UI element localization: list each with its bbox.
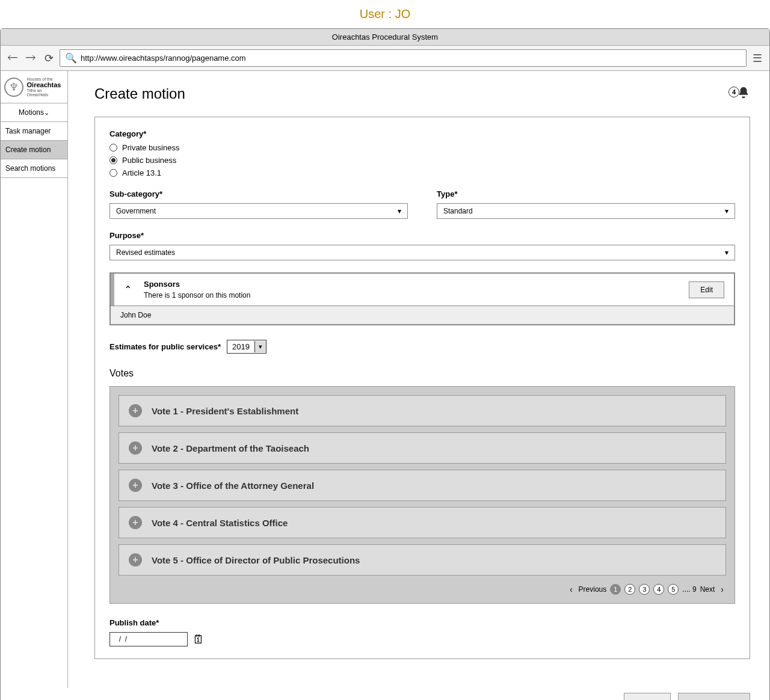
sidebar-item-label: Task manager bbox=[5, 127, 51, 135]
select-value: Standard bbox=[443, 207, 473, 215]
browser-frame: Oireachtas Procedural System 🡐 🡒 ⟳ 🔍 ☰ ♆… bbox=[0, 28, 770, 700]
sidebar-item-task-manager[interactable]: Task manager bbox=[1, 122, 67, 141]
sponsors-panel: ⌃ Sponsors There is 1 sponsor on this mo… bbox=[109, 272, 735, 325]
sponsors-subtitle: There is 1 sponsor on this motion bbox=[144, 291, 677, 299]
plus-icon: + bbox=[129, 479, 142, 492]
year-select[interactable]: 2019 ▾ bbox=[227, 340, 266, 354]
chevron-down-icon bbox=[725, 248, 728, 257]
radio-private-business[interactable]: Private business bbox=[109, 143, 735, 152]
chevron-down-icon bbox=[725, 207, 728, 215]
vote-item[interactable]: + Vote 1 - President's Establishment bbox=[119, 395, 726, 426]
notification-bell[interactable]: 4 bbox=[737, 86, 750, 102]
category-label: Category* bbox=[109, 129, 735, 138]
select-value: Government bbox=[116, 207, 156, 215]
year-value: 2019 bbox=[227, 340, 254, 353]
vote-item[interactable]: + Vote 2 - Department of the Taoiseach bbox=[119, 432, 726, 464]
votes-container: + Vote 1 - President's Establishment + V… bbox=[109, 386, 735, 604]
menu-icon[interactable]: ☰ bbox=[750, 51, 765, 66]
sponsor-row: John Doe bbox=[111, 305, 734, 324]
type-label: Type* bbox=[437, 189, 735, 198]
page-ellipsis: .... 9 bbox=[682, 585, 696, 594]
sidebar-item-search-motions[interactable]: Search motions bbox=[1, 159, 67, 178]
purpose-label: Purpose* bbox=[109, 231, 735, 240]
radio-icon bbox=[109, 156, 117, 164]
cancel-button[interactable]: Cancel bbox=[624, 693, 671, 700]
search-icon: 🔍 bbox=[65, 52, 77, 64]
vote-item[interactable]: + Vote 4 - Central Statistics Office bbox=[119, 507, 726, 538]
estimates-label: Estimates for public services* bbox=[109, 342, 221, 351]
prev-arrow-icon[interactable]: ‹ bbox=[567, 585, 575, 594]
chevron-down-icon: ▾ bbox=[254, 341, 266, 352]
url-bar[interactable]: 🔍 bbox=[60, 49, 747, 67]
type-select[interactable]: Standard bbox=[437, 203, 735, 219]
category-radio-group: Private business Public business Article… bbox=[109, 143, 735, 177]
radio-label: Article 13.1 bbox=[122, 168, 161, 177]
subcategory-label: Sub-category* bbox=[109, 189, 408, 198]
vote-label: Vote 5 - Office of Director of Public Pr… bbox=[152, 555, 360, 565]
purpose-select[interactable]: Revised estimates bbox=[109, 245, 735, 260]
radio-article-13-1[interactable]: Article 13.1 bbox=[109, 168, 735, 177]
radio-label: Public business bbox=[122, 156, 176, 165]
vote-label: Vote 2 - Department of the Taoiseach bbox=[152, 443, 309, 453]
chevron-down-icon: ⌄ bbox=[44, 109, 49, 117]
sidebar-item-label: Search motions bbox=[5, 164, 55, 173]
sidebar-item-motions[interactable]: Motions ⌄ bbox=[1, 103, 67, 122]
sidebar-item-label: Motions bbox=[19, 108, 44, 117]
next-button[interactable]: Next bbox=[700, 585, 715, 594]
logo-crest-icon: ♆ bbox=[4, 78, 23, 97]
publish-date-label: Publish date* bbox=[109, 618, 735, 627]
radio-public-business[interactable]: Public business bbox=[109, 156, 735, 165]
prev-button[interactable]: Previous bbox=[579, 585, 607, 594]
back-button[interactable]: 🡐 bbox=[5, 51, 20, 66]
page-1[interactable]: 1 bbox=[610, 584, 621, 595]
logo-sup: Houses of the bbox=[27, 77, 64, 81]
pagination: ‹ Previous 1 2 3 4 5 .... 9 Next › bbox=[119, 584, 726, 595]
chevron-up-icon[interactable]: ⌃ bbox=[124, 284, 132, 295]
subcategory-select[interactable]: Government bbox=[109, 203, 408, 219]
create-motion-button[interactable]: Create motion bbox=[678, 693, 750, 700]
chevron-down-icon bbox=[398, 207, 401, 215]
notification-count: 4 bbox=[728, 87, 739, 97]
vote-item[interactable]: + Vote 5 - Office of Director of Public … bbox=[119, 544, 726, 576]
footer-actions: Cancel Create motion bbox=[1, 688, 769, 700]
plus-icon: + bbox=[129, 404, 142, 417]
plus-icon: + bbox=[129, 516, 142, 529]
form-panel: Category* Private business Public busine… bbox=[94, 117, 750, 659]
page-title: Create motion bbox=[94, 85, 185, 102]
main-content: Create motion 4 Category* Private busine… bbox=[68, 71, 769, 688]
reload-button[interactable]: ⟳ bbox=[42, 51, 56, 66]
page-4[interactable]: 4 bbox=[653, 584, 664, 595]
page-2[interactable]: 2 bbox=[624, 584, 635, 595]
logo-main: Oireachtas bbox=[27, 81, 64, 88]
sidebar: ♆ Houses of the Oireachtas Tithe an Oire… bbox=[1, 71, 68, 688]
votes-title: Votes bbox=[109, 368, 735, 379]
radio-icon bbox=[109, 169, 117, 177]
vote-label: Vote 4 - Central Statistics Office bbox=[152, 518, 288, 528]
vote-label: Vote 3 - Office of the Attorney General bbox=[152, 480, 314, 491]
radio-icon bbox=[109, 144, 117, 152]
publish-date-input[interactable] bbox=[109, 632, 188, 646]
plus-icon: + bbox=[129, 553, 142, 566]
logo: ♆ Houses of the Oireachtas Tithe an Oire… bbox=[1, 71, 67, 103]
page-5[interactable]: 5 bbox=[668, 584, 679, 595]
vote-label: Vote 1 - President's Establishment bbox=[152, 406, 298, 416]
radio-label: Private business bbox=[122, 143, 179, 152]
window-title: Oireachtas Procedural System bbox=[1, 29, 769, 46]
select-value: Revised estimates bbox=[116, 248, 175, 257]
plus-icon: + bbox=[129, 441, 142, 455]
sidebar-item-create-motion[interactable]: Create motion bbox=[1, 141, 67, 159]
forward-button[interactable]: 🡒 bbox=[23, 51, 38, 66]
sponsors-title: Sponsors bbox=[144, 280, 677, 289]
logo-sub: Tithe an Oireachtais bbox=[27, 88, 64, 97]
url-input[interactable] bbox=[81, 54, 741, 63]
user-label: User : JO bbox=[0, 0, 770, 28]
browser-toolbar: 🡐 🡒 ⟳ 🔍 ☰ bbox=[1, 46, 769, 71]
sidebar-item-label: Create motion bbox=[5, 146, 51, 154]
edit-sponsors-button[interactable]: Edit bbox=[689, 281, 724, 298]
next-arrow-icon[interactable]: › bbox=[718, 585, 726, 594]
calendar-icon[interactable]: 🗓 bbox=[192, 633, 205, 646]
vote-item[interactable]: + Vote 3 - Office of the Attorney Genera… bbox=[119, 470, 726, 501]
page-3[interactable]: 3 bbox=[639, 584, 650, 595]
